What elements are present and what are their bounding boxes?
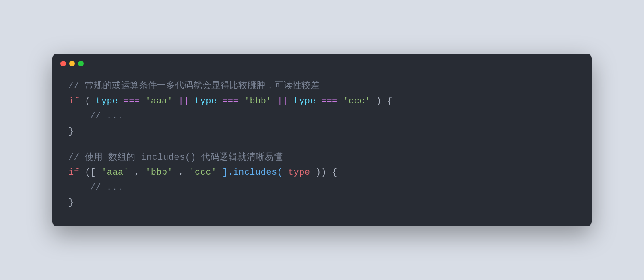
code-block: // 常规的或运算条件一多代码就会显得比较臃肿，可读性较差 if ( type … xyxy=(68,78,576,210)
keyword-if-1: if xyxy=(68,96,79,106)
var-type-1: type xyxy=(96,96,118,106)
titlebar xyxy=(52,54,592,70)
code-line-4: if ([ 'aaa' , 'bbb' , 'ccc' ].includes( … xyxy=(68,165,576,180)
spacer-1 xyxy=(68,139,576,150)
var-type-2: type xyxy=(195,96,217,106)
str-bbb-2: 'bbb' xyxy=(145,167,173,177)
code-line-1: if ( type === 'aaa' || type === 'bbb' ||… xyxy=(68,94,576,109)
comment-line-2: // 使用 数组的 includes() 代码逻辑就清晰易懂 xyxy=(68,150,576,165)
method-includes: ].includes( xyxy=(222,167,283,177)
code-window: // 常规的或运算条件一多代码就会显得比较臃肿，可读性较差 if ( type … xyxy=(52,54,592,226)
op-or-1: || xyxy=(178,96,189,106)
paren-open-2: ([ xyxy=(85,167,96,177)
str-bbb-1: 'bbb' xyxy=(244,96,272,106)
comma-1: , xyxy=(134,167,145,177)
str-aaa-1: 'aaa' xyxy=(145,96,173,106)
str-ccc-2: 'ccc' xyxy=(189,167,217,177)
paren-open-1: ( xyxy=(85,96,91,106)
str-aaa-2: 'aaa' xyxy=(101,167,129,177)
close-button[interactable] xyxy=(60,61,66,66)
comment-text-2: // 使用 数组的 includes() 代码逻辑就清晰易懂 xyxy=(68,152,283,163)
comment-dots-2: // ... xyxy=(90,183,123,193)
paren-end-1: ) { xyxy=(376,96,392,106)
code-line-3: } xyxy=(68,124,576,139)
code-line-2: // ... xyxy=(68,109,576,124)
brace-close-2: } xyxy=(68,198,74,208)
code-area: // 常规的或运算条件一多代码就会显得比较臃肿，可读性较差 if ( type … xyxy=(52,70,592,226)
comma-2: , xyxy=(178,167,189,177)
comment-text-1: // 常规的或运算条件一多代码就会显得比较臃肿，可读性较差 xyxy=(68,81,320,91)
brace-close-1: } xyxy=(68,126,74,136)
op-eq-1: === xyxy=(124,96,140,106)
code-line-6: } xyxy=(68,195,576,210)
op-or-2: || xyxy=(277,96,288,106)
comment-line-1: // 常规的或运算条件一多代码就会显得比较臃肿，可读性较差 xyxy=(68,78,576,93)
op-eq-3: === xyxy=(321,96,338,106)
maximize-button[interactable] xyxy=(78,61,84,66)
op-eq-2: === xyxy=(222,96,239,106)
keyword-if-2: if xyxy=(68,167,79,177)
minimize-button[interactable] xyxy=(69,61,75,66)
str-ccc-1: 'ccc' xyxy=(343,96,370,106)
var-type-3: type xyxy=(294,96,316,106)
code-line-5: // ... xyxy=(68,180,576,195)
var-type-4: type xyxy=(288,167,310,177)
comment-dots-1: // ... xyxy=(90,111,123,121)
paren-end-2: )) { xyxy=(316,167,338,177)
